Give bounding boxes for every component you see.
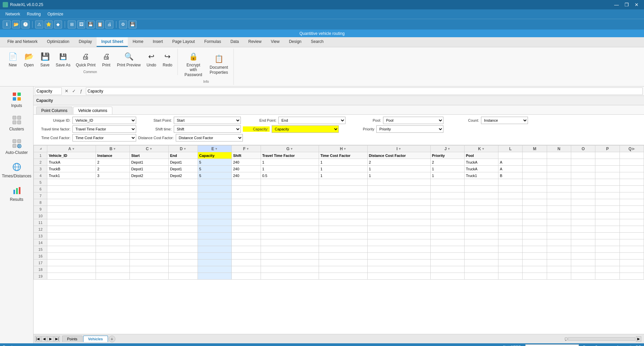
- cell-12A[interactable]: [47, 226, 96, 233]
- cell-13L[interactable]: [498, 233, 523, 239]
- cell-8F[interactable]: [231, 199, 261, 206]
- cell-3L[interactable]: A: [498, 166, 523, 172]
- cell-8O[interactable]: [571, 199, 595, 206]
- cell-12M[interactable]: [523, 226, 547, 233]
- doc-props-button[interactable]: 📋 Document Properties: [207, 52, 231, 76]
- sheet-tab-vehicles[interactable]: Vehicles: [83, 336, 108, 342]
- print-preview-button[interactable]: 🔍 Print Preview: [115, 50, 143, 69]
- cell-19P[interactable]: [595, 273, 620, 280]
- cell-2G[interactable]: 1: [261, 159, 319, 166]
- cell-13F[interactable]: [231, 233, 261, 239]
- cell-2F[interactable]: 240: [231, 159, 261, 166]
- cell-4I[interactable]: 1: [367, 172, 430, 179]
- tab-first-btn[interactable]: |◀: [35, 336, 41, 342]
- tab-review[interactable]: Review: [244, 37, 266, 47]
- cell-1H[interactable]: Time Cost Factor: [319, 152, 368, 159]
- cell-11A[interactable]: [47, 219, 96, 226]
- cell-5Q[interactable]: [620, 179, 644, 186]
- cell-9B[interactable]: [96, 206, 130, 213]
- cell-12H[interactable]: [319, 226, 368, 233]
- cell-3M[interactable]: [523, 166, 547, 172]
- cell-10A[interactable]: [47, 213, 96, 219]
- end-point-select[interactable]: End: [278, 117, 345, 124]
- cell-2L[interactable]: A: [498, 159, 523, 166]
- star-btn[interactable]: ⭐: [45, 20, 53, 28]
- cell-9N[interactable]: [547, 206, 571, 213]
- tab-input-sheet[interactable]: Input Sheet: [97, 37, 128, 47]
- col-header-B[interactable]: B▼: [96, 146, 130, 152]
- cell-8K[interactable]: [464, 199, 498, 206]
- cell-7F[interactable]: [231, 192, 261, 199]
- cell-17D[interactable]: [168, 260, 198, 266]
- cell-19C[interactable]: [130, 273, 169, 280]
- cell-19I[interactable]: [367, 273, 430, 280]
- cell-17F[interactable]: [231, 260, 261, 266]
- cell-17P[interactable]: [595, 260, 620, 266]
- cell-8C[interactable]: [130, 199, 169, 206]
- cell-19B[interactable]: [96, 273, 130, 280]
- confirm-formula-btn[interactable]: ✓: [70, 88, 77, 95]
- cell-13D[interactable]: [168, 233, 198, 239]
- cell-16C[interactable]: [130, 253, 169, 260]
- col-header-J[interactable]: J▼: [430, 146, 464, 152]
- cell-4B[interactable]: 3: [96, 172, 130, 179]
- cell-6L[interactable]: [498, 186, 523, 192]
- cell-14H[interactable]: [319, 239, 368, 246]
- cell-19G[interactable]: [261, 273, 319, 280]
- col-header-K[interactable]: K▼: [464, 146, 498, 152]
- cell-13M[interactable]: [523, 233, 547, 239]
- tab-insert[interactable]: Insert: [148, 37, 167, 47]
- cell-18H[interactable]: [319, 266, 368, 273]
- cell-4L[interactable]: B: [498, 172, 523, 179]
- cell-5M[interactable]: [523, 179, 547, 186]
- cell-17N[interactable]: [547, 260, 571, 266]
- cell-2D[interactable]: Depot1: [168, 159, 198, 166]
- cell-1P[interactable]: [595, 152, 620, 159]
- cell-10H[interactable]: [319, 213, 368, 219]
- cell-1K[interactable]: Pool: [464, 152, 498, 159]
- menu-routing[interactable]: Routing: [24, 11, 43, 17]
- cell-15B[interactable]: [96, 246, 130, 253]
- cell-12B[interactable]: [96, 226, 130, 233]
- cell-12J[interactable]: [430, 226, 464, 233]
- cell-5C[interactable]: [130, 179, 169, 186]
- cell-16G[interactable]: [261, 253, 319, 260]
- cell-6M[interactable]: [523, 186, 547, 192]
- image-btn[interactable]: 🖼: [77, 20, 85, 28]
- cell-17M[interactable]: [523, 260, 547, 266]
- add-sheet-btn[interactable]: +: [109, 336, 115, 342]
- cell-13A[interactable]: [47, 233, 96, 239]
- cell-15N[interactable]: [547, 246, 571, 253]
- window-controls[interactable]: — ❐ ✕: [612, 0, 641, 9]
- cell-18P[interactable]: [595, 266, 620, 273]
- cell-6A[interactable]: [47, 186, 96, 192]
- cell-6E[interactable]: [198, 186, 231, 192]
- cell-9I[interactable]: [367, 206, 430, 213]
- cell-15K[interactable]: [464, 246, 498, 253]
- cell-11B[interactable]: [96, 219, 130, 226]
- cell-13Q[interactable]: [620, 233, 644, 239]
- cell-8B[interactable]: [96, 199, 130, 206]
- cell-8P[interactable]: [595, 199, 620, 206]
- sidebar-item-times-distances[interactable]: Times/Distances: [1, 159, 32, 181]
- cell-17I[interactable]: [367, 260, 430, 266]
- cell-16E[interactable]: [198, 253, 231, 260]
- grid-btn[interactable]: ⊞: [68, 20, 76, 28]
- cell-4K[interactable]: Truck1: [464, 172, 498, 179]
- col-G-arrow[interactable]: ▼: [290, 147, 293, 151]
- cell-17J[interactable]: [430, 260, 464, 266]
- scroll-hint[interactable]: ·: [565, 338, 568, 340]
- cell-3Q[interactable]: [620, 166, 644, 172]
- cell-2Q[interactable]: [620, 159, 644, 166]
- cell-14B[interactable]: [96, 239, 130, 246]
- cell-17H[interactable]: [319, 260, 368, 266]
- cell-3F[interactable]: 240: [231, 166, 261, 172]
- cell-18L[interactable]: [498, 266, 523, 273]
- cell-15M[interactable]: [523, 246, 547, 253]
- cell-18M[interactable]: [523, 266, 547, 273]
- col-C-arrow[interactable]: ▼: [149, 147, 152, 151]
- cell-2A[interactable]: TruckA: [47, 159, 96, 166]
- cell-7P[interactable]: [595, 192, 620, 199]
- cell-15A[interactable]: [47, 246, 96, 253]
- cell-7A[interactable]: [47, 192, 96, 199]
